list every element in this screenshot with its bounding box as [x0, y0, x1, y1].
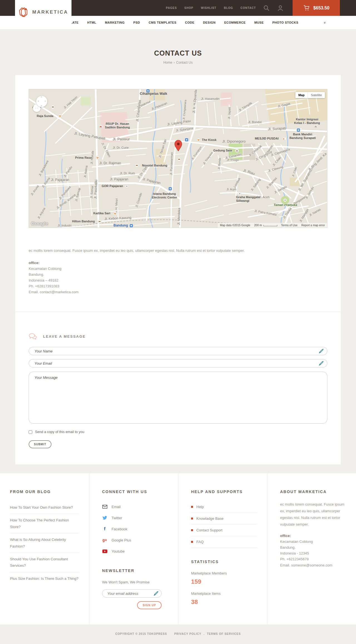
category-nav-link[interactable]: CMS TEMPLATES	[149, 21, 176, 24]
map-poi-label: Electronic Center	[152, 196, 177, 199]
pen-icon	[319, 349, 323, 353]
send-copy-row: Send a copy of this email to you	[29, 430, 327, 434]
submit-button[interactable]: SUBMIT	[29, 440, 51, 448]
signup-button[interactable]: SIGN UP	[137, 601, 162, 609]
nav-more-chevron-icon[interactable]: »	[323, 21, 327, 23]
blog-heading: FROM OUR BLOG	[10, 489, 79, 494]
footer-blog-column: FROM OUR BLOG How To Start Your Own Fash…	[0, 473, 89, 625]
map-hotel-icon	[135, 164, 139, 167]
page-title: CONTACT US	[0, 49, 356, 57]
send-copy-label: Send a copy of this email to you	[35, 430, 84, 434]
category-nav-link[interactable]: DESIGN	[203, 21, 216, 24]
social-link[interactable]: g+ Google Plus	[102, 534, 168, 546]
top-nav-link[interactable]: SHOP	[184, 6, 193, 9]
top-nav-link[interactable]: PAGES	[166, 6, 177, 9]
social-link[interactable]: Twitter	[102, 512, 168, 523]
map-hospital-icon: H	[99, 125, 103, 128]
tag-logo-icon	[18, 7, 29, 18]
map-hotel-icon	[98, 220, 102, 223]
newsletter-field-wrap	[102, 589, 162, 598]
satellite-button[interactable]: Satellite	[308, 92, 325, 98]
blog-link[interactable]: How To Start Your Own Fashion Store?	[10, 501, 79, 514]
svg-text:H: H	[100, 125, 102, 128]
map-poi-label: Bank Mandiri	[293, 133, 312, 136]
map-poi-label: Kelas I - Bandung	[294, 121, 320, 125]
google-map[interactable]: Jl. Haji YasinJl. MakmurJl. Layang Pasup…	[29, 89, 327, 228]
map-food-icon: Ψ	[113, 212, 117, 215]
name-input[interactable]	[29, 347, 327, 355]
send-copy-checkbox[interactable]	[29, 430, 32, 434]
top-nav-link[interactable]: BLOG	[224, 6, 233, 9]
social-link[interactable]: f Facebook	[102, 523, 168, 534]
blog-link[interactable]: Should You Use Fashion Consultant Servic…	[10, 553, 79, 572]
stat-label: Marketplace Members	[191, 571, 257, 575]
google-logo[interactable]: Google	[31, 221, 48, 227]
stat-value: 159	[191, 578, 257, 585]
map-button[interactable]: Map	[295, 92, 308, 98]
message-textarea[interactable]	[29, 372, 327, 424]
map-street-label: Jl. Industri	[58, 224, 71, 227]
category-nav-link[interactable]: HTML	[87, 21, 97, 24]
name-field-wrap	[29, 347, 327, 355]
form-heading: LEAVE A MESSAGE	[43, 334, 86, 339]
user-icon[interactable]	[277, 5, 284, 11]
stat-value: 38	[191, 598, 257, 606]
pan-left-icon: ‹	[38, 100, 39, 103]
map-bank-icon	[297, 129, 300, 132]
social-icon: g+	[102, 538, 107, 542]
report-error-link[interactable]: Report a map error	[301, 224, 325, 227]
cart-button[interactable]: $653.50	[293, 0, 340, 16]
map-street-label: Jl. Bondol	[248, 120, 261, 124]
about-office-block: office: Kecamatan CoblongBandung.Indones…	[280, 533, 346, 568]
map-street-label: Jl. Aceh	[259, 195, 270, 199]
privacy-policy-link[interactable]: PRIVACY POLICY	[174, 632, 201, 635]
map-poi-label: Gedung Sate	[213, 149, 232, 152]
about-office-line: Email. someone@someone.com	[280, 562, 346, 568]
help-link[interactable]: Contact Support	[191, 524, 257, 536]
office-line: Indonesia – 49182	[29, 277, 327, 283]
blog-link[interactable]: What is So Alluring About Celebrity Fash…	[10, 533, 79, 553]
category-nav-link[interactable]: PHOTO STOCKS	[272, 21, 298, 24]
social-link[interactable]: Email	[102, 501, 168, 512]
brand-name: MARKETICA	[32, 9, 68, 15]
social-label: Twitter	[112, 516, 122, 520]
map-hotel-icon	[51, 105, 55, 109]
map-mosque-icon: ☾	[283, 137, 286, 141]
blog-link[interactable]: Plus Size Fashion: Is There Such a Thing…	[10, 572, 79, 585]
map-poi-label: Raja Sunda	[37, 114, 54, 118]
cart-icon	[303, 5, 310, 11]
top-nav-link[interactable]: WISHLIST	[201, 6, 216, 9]
map-street-label: Jl. Merdeka	[177, 208, 181, 225]
help-label: Knowladge Base	[196, 516, 224, 521]
category-nav-link[interactable]: MARKETING	[105, 21, 125, 24]
copyright-text: COPYRIGHT © 2015 TOKOPRESS	[115, 632, 167, 635]
help-link[interactable]: Help	[191, 501, 257, 513]
office-line: Email. contact@marketica.com	[29, 289, 327, 295]
blog-link[interactable]: How To Choose The Perfect Fashion Store?	[10, 514, 79, 533]
category-nav-link[interactable]: MUSE	[254, 21, 264, 24]
pan-right-icon: ›	[45, 100, 46, 103]
newsletter-email-input[interactable]	[102, 589, 162, 598]
page-header: CONTACT US Home›Contact Us	[0, 29, 356, 75]
search-icon[interactable]	[263, 5, 270, 11]
map-transit-icon	[147, 89, 150, 93]
category-nav-link[interactable]: ECOMMERCE	[224, 21, 246, 24]
brand-logo[interactable]: MARKETICA	[15, 0, 71, 24]
map-pan-control[interactable]: ⌃ ⌄ ‹ ›	[36, 96, 47, 107]
top-nav-link[interactable]: CONTACT	[241, 6, 256, 9]
map-attribution: Map data ©2015 Google 200 m Terms of Use…	[218, 223, 327, 228]
pen-icon	[319, 361, 323, 365]
breadcrumb-home[interactable]: Home	[163, 61, 172, 64]
chat-bubbles-icon	[29, 333, 37, 340]
terms-of-services-link[interactable]: TERMS OF SERVICES	[207, 632, 241, 635]
social-link[interactable]: Youtube	[102, 546, 168, 557]
map-street-label: Jl. Dr. Curie	[113, 146, 128, 149]
category-nav-link[interactable]: PSD	[133, 21, 140, 24]
map-street-label: Jl. Japati	[227, 107, 231, 119]
terms-link[interactable]: Terms of Use	[281, 224, 298, 227]
help-link[interactable]: FAQ	[191, 536, 257, 548]
category-nav-link[interactable]: CODE	[185, 21, 194, 24]
email-input[interactable]	[29, 359, 327, 367]
about-office-line: Ph. +6212345678	[280, 556, 346, 562]
help-link[interactable]: Knowladge Base	[191, 513, 257, 524]
